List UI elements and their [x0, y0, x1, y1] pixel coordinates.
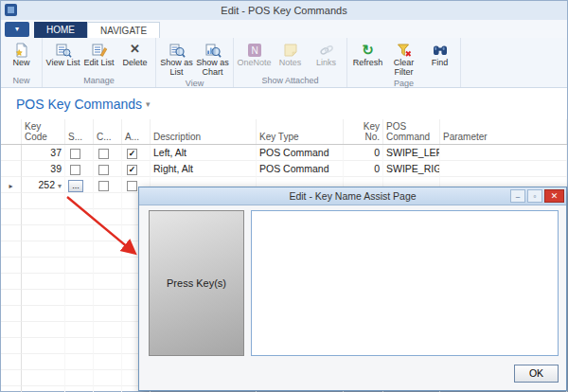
- header-key-type[interactable]: Key Type: [257, 119, 344, 144]
- cell-key-type[interactable]: POS Command: [257, 161, 344, 177]
- new-button[interactable]: New: [4, 40, 39, 68]
- refresh-icon: ↻: [362, 41, 374, 59]
- empty-cell: [65, 193, 94, 209]
- header-shift[interactable]: S...: [65, 119, 94, 144]
- cell-shift[interactable]: [65, 145, 94, 161]
- cell-key-code[interactable]: 39: [22, 161, 65, 177]
- view-list-icon: [55, 41, 72, 59]
- cell-alt[interactable]: ✓: [122, 161, 151, 177]
- page-title[interactable]: POS Key Commands▾: [1, 89, 567, 112]
- empty-cell: [94, 258, 122, 274]
- delete-icon: ✕: [130, 41, 140, 59]
- assist-edit-button[interactable]: ...: [68, 180, 83, 192]
- checkbox[interactable]: [98, 149, 109, 159]
- header-description[interactable]: Description: [151, 119, 257, 144]
- empty-cell: [22, 338, 65, 354]
- dropdown-icon[interactable]: ▾: [55, 182, 62, 190]
- empty-cell: [65, 209, 94, 225]
- dialog-titlebar: Edit - Key Name Assist Page – ▫ ✕: [139, 187, 566, 205]
- cell-key-type[interactable]: POS Command: [257, 145, 344, 161]
- checkbox[interactable]: ✓: [127, 165, 137, 175]
- cell-key-code[interactable]: 252▾: [22, 177, 65, 193]
- button-label: Refresh: [353, 59, 383, 68]
- empty-row-selector: [1, 354, 22, 370]
- cell-parameter[interactable]: [440, 145, 567, 161]
- button-label: Notes: [279, 59, 302, 68]
- cell-shift[interactable]: [65, 161, 94, 177]
- cell-parameter[interactable]: [440, 161, 567, 177]
- clear-filter-button[interactable]: Clear Filter: [386, 40, 421, 78]
- cell-ctrl[interactable]: [94, 177, 122, 193]
- table-row[interactable]: 39✓Right, AltPOS Command0SWIPE_RIGHT: [1, 161, 567, 177]
- tab-navigate[interactable]: NAVIGATE: [87, 22, 160, 38]
- cell-pos-command[interactable]: SWIPE_RIGHT: [383, 161, 440, 177]
- empty-row-selector: [1, 338, 22, 354]
- view-list-button[interactable]: View List: [45, 40, 80, 68]
- cell-key-code[interactable]: 37: [22, 145, 65, 161]
- button-label: Links: [316, 59, 336, 68]
- refresh-button[interactable]: ↻ Refresh: [350, 40, 385, 68]
- maximize-icon: ▫: [534, 192, 537, 201]
- cell-key-no[interactable]: 0: [344, 145, 383, 161]
- ribbon-group-page: ↻ Refresh Clear Filter Find Page: [347, 38, 461, 87]
- press-keys-button[interactable]: Press Key(s): [149, 210, 244, 356]
- cell-ctrl[interactable]: [94, 161, 122, 177]
- grid-header: Key Code S... C... A... Description Key …: [1, 119, 567, 145]
- header-key-code[interactable]: Key Code: [22, 119, 65, 144]
- edit-list-button[interactable]: Edit List: [81, 40, 116, 68]
- cell-key-no[interactable]: 0: [344, 161, 383, 177]
- app-menu-button[interactable]: ▾: [5, 22, 29, 37]
- onenote-icon: N: [246, 41, 263, 59]
- empty-row-selector: [1, 306, 22, 322]
- onenote-button[interactable]: N OneNote: [237, 40, 272, 68]
- empty-cell: [94, 370, 122, 386]
- empty-cell: [22, 306, 65, 322]
- minimize-button[interactable]: –: [510, 189, 525, 203]
- show-as-chart-button[interactable]: Show as Chart: [195, 40, 230, 78]
- cell-pos-command[interactable]: SWIPE_LEFT: [383, 145, 440, 161]
- close-button[interactable]: ✕: [544, 189, 564, 203]
- empty-cell: [22, 370, 65, 386]
- find-button[interactable]: Find: [422, 40, 457, 68]
- show-as-list-icon: [169, 41, 186, 59]
- empty-cell: [22, 290, 65, 306]
- button-label: Clear Filter: [386, 59, 421, 78]
- checkbox[interactable]: [70, 165, 80, 175]
- empty-row-selector: [1, 290, 22, 306]
- ribbon-tab-row: ▾ HOME NAVIGATE: [1, 20, 567, 38]
- current-row-marker-icon: ▸: [9, 182, 12, 190]
- checkbox[interactable]: ✓: [127, 149, 137, 159]
- tab-home[interactable]: HOME: [34, 22, 87, 38]
- checkbox[interactable]: [98, 181, 109, 191]
- app-menu-icon: ▾: [15, 25, 19, 33]
- header-key-no[interactable]: Key No.: [344, 119, 383, 144]
- ribbon: New New View List Edit List: [1, 38, 567, 88]
- checkbox[interactable]: [98, 165, 109, 175]
- cell-description[interactable]: Left, Alt: [151, 145, 257, 161]
- delete-button[interactable]: ✕ Delete: [117, 40, 152, 68]
- notes-icon: [282, 41, 299, 59]
- notes-button[interactable]: Notes: [273, 40, 308, 68]
- links-button[interactable]: Links: [309, 40, 344, 68]
- row-selector[interactable]: [1, 161, 22, 177]
- row-selector[interactable]: ▸: [1, 177, 22, 193]
- header-ctrl[interactable]: C...: [94, 119, 122, 144]
- checkbox[interactable]: [127, 181, 137, 191]
- key-display-area[interactable]: [251, 210, 559, 356]
- ok-button[interactable]: OK: [514, 365, 559, 383]
- cell-ctrl[interactable]: [94, 145, 122, 161]
- maximize-button[interactable]: ▫: [527, 189, 542, 203]
- press-keys-label: Press Key(s): [167, 277, 226, 289]
- button-label: Delete: [122, 59, 147, 68]
- cell-alt[interactable]: ✓: [122, 145, 151, 161]
- empty-cell: [65, 370, 94, 386]
- header-parameter[interactable]: Parameter: [440, 119, 567, 144]
- cell-description[interactable]: Right, Alt: [151, 161, 257, 177]
- cell-shift[interactable]: ...: [65, 177, 94, 193]
- table-row[interactable]: 37✓Left, AltPOS Command0SWIPE_LEFT: [1, 145, 567, 161]
- header-pos-command[interactable]: POS Command: [383, 119, 440, 144]
- checkbox[interactable]: [70, 149, 80, 159]
- show-as-list-button[interactable]: Show as List: [159, 40, 194, 78]
- row-selector[interactable]: [1, 145, 22, 161]
- header-alt[interactable]: A...: [122, 119, 151, 144]
